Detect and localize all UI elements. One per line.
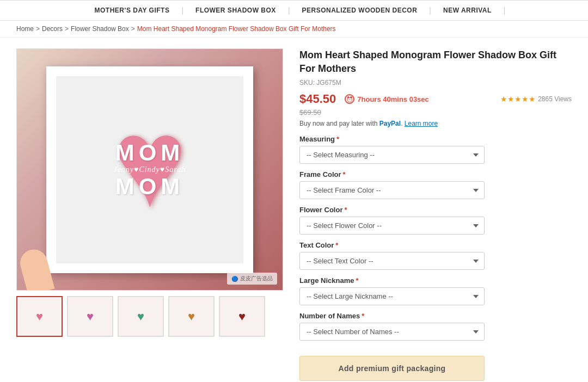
product-container: MOM Jenny♥Cindy♥Sarah MOM 🔵 皮皮广告选品 ♥ [0,38,588,382]
paypal-row: Buy now and pay later with PayPal. Learn… [299,120,572,127]
flower-color-label: Flower Color * [299,206,572,214]
number-of-names-select[interactable]: -- Select Number of Names -- [299,323,485,341]
thumbnail-3[interactable]: ♥ [118,296,164,337]
flower-color-field-group: Flower Color * -- Select Flower Color -- [299,206,572,235]
large-nickname-field-group: Large Nickname * -- Select Large Nicknam… [299,276,572,305]
thumbnail-row: ♥ ♥ ♥ ♥ ♥ [16,296,283,337]
price-current: $45.50 [299,92,336,106]
text-color-required: * [335,241,338,249]
frame-color-field-group: Frame Color * -- Select Frame Color -- [299,170,572,199]
nav-divider-4: | [504,6,506,15]
timer-icon: ⏰ [345,94,354,104]
measuring-select[interactable]: -- Select Measuring -- [299,146,485,164]
breadcrumb-home[interactable]: Home [16,25,34,33]
product-text-overlay: MOM Jenny♥Cindy♥Sarah MOM [113,141,186,198]
shadow-box-frame: MOM Jenny♥Cindy♥Sarah MOM [46,66,253,273]
flower-color-select[interactable]: -- Select Flower Color -- [299,217,485,235]
text-color-select[interactable]: -- Select Text Color -- [299,252,485,270]
paypal-prefix: Buy now and pay later with [299,120,377,127]
views-count: 2865 Views [538,95,572,103]
number-of-names-required: * [362,312,364,320]
main-product-image: MOM Jenny♥Cindy♥Sarah MOM 🔵 皮皮广告选品 [16,48,283,291]
timer-box: ⏰ 7hours 40mins 03sec [345,94,429,104]
product-images: MOM Jenny♥Cindy♥Sarah MOM 🔵 皮皮广告选品 ♥ [16,48,283,382]
product-title: Mom Heart Shaped Monogram Flower Shadow … [299,48,572,76]
measuring-required: * [336,135,339,143]
text-color-field-group: Text Color * -- Select Text Color -- [299,241,572,270]
measuring-label: Measuring * [299,135,572,143]
top-navigation: MOTHER'S DAY GIFTS | FLOWER SHADOW BOX |… [0,0,588,21]
breadcrumb-current: Mom Heart Shaped Monogram Flower Shadow … [137,25,336,33]
nav-new-arrival[interactable]: NEW ARRIVAL [431,7,504,14]
nav-mothers-day[interactable]: MOTHER'S DAY GIFTS [83,7,182,14]
mom-top-text: MOM [113,141,186,164]
large-nickname-label: Large Nickname * [299,276,572,285]
breadcrumb-flower[interactable]: Flower Shadow Box [71,25,129,33]
product-info: Mom Heart Shaped Monogram Flower Shadow … [299,48,572,382]
premium-gift-button[interactable]: Add premium gift packaging [299,356,485,381]
measuring-field-group: Measuring * -- Select Measuring -- [299,135,572,164]
frame-color-required: * [343,170,346,178]
flower-color-required: * [344,206,347,214]
names-text: Jenny♥Cindy♥Sarah [113,165,186,174]
large-nickname-select[interactable]: -- Select Large Nickname -- [299,287,485,305]
mom-bottom-text: MOM [113,175,186,198]
number-of-names-field-group: Number of Names * -- Select Number of Na… [299,312,572,341]
nav-flower-shadow[interactable]: FLOWER SHADOW BOX [183,7,288,14]
learn-more-link[interactable]: Learn more [405,120,438,127]
thumbnail-1[interactable]: ♥ [16,296,63,337]
number-of-names-label: Number of Names * [299,312,572,320]
stars-views: ★★★★★ 2865 Views [500,95,572,103]
thumbnail-4[interactable]: ♥ [168,296,215,337]
watermark: 🔵 皮皮广告选品 [227,273,277,285]
breadcrumb: Home > Decors > Flower Shadow Box > Mom … [0,21,588,38]
price-original: $69.50 [299,108,572,116]
thumbnail-5[interactable]: ♥ [219,296,265,337]
frame-color-select[interactable]: -- Select Frame Color -- [299,181,485,199]
paypal-brand: PayPal [379,120,401,127]
frame-color-label: Frame Color * [299,170,572,178]
large-nickname-required: * [356,276,358,285]
thumbnail-2[interactable]: ♥ [67,296,113,337]
price-row: $45.50 ⏰ 7hours 40mins 03sec ★★★★★ 2865 … [299,92,572,106]
timer-text: 7hours 40mins 03sec [357,95,429,103]
text-color-label: Text Color * [299,241,572,249]
star-rating: ★★★★★ [500,95,536,103]
nav-wooden-decor[interactable]: PERSONALIZED WOODEN DECOR [290,7,430,14]
sku: SKU: JG675M [299,79,572,87]
breadcrumb-decors[interactable]: Decors [42,25,63,33]
